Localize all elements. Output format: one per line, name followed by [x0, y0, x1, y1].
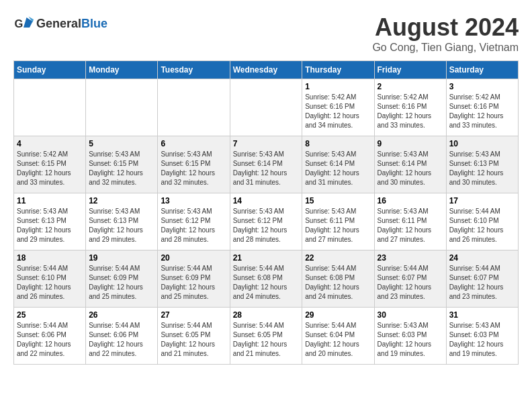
calendar-cell: 8Sunrise: 5:43 AM Sunset: 6:14 PM Daylig…: [302, 136, 374, 193]
day-info: Sunrise: 5:43 AM Sunset: 6:14 PM Dayligh…: [378, 150, 443, 187]
day-number: 2: [378, 82, 443, 91]
day-info: Sunrise: 5:43 AM Sunset: 6:15 PM Dayligh…: [161, 150, 226, 187]
day-number: 28: [233, 310, 300, 320]
calendar-location: Go Cong, Tien Giang, Vietnam: [372, 42, 519, 54]
day-number: 12: [89, 196, 154, 205]
day-number: 16: [378, 196, 443, 205]
calendar-cell: 10Sunrise: 5:43 AM Sunset: 6:13 PM Dayli…: [446, 136, 518, 193]
weekday-header-sunday: Sunday: [14, 61, 86, 79]
calendar-cell: 16Sunrise: 5:43 AM Sunset: 6:11 PM Dayli…: [374, 193, 446, 250]
day-number: 9: [378, 139, 443, 148]
day-info: Sunrise: 5:43 AM Sunset: 6:13 PM Dayligh…: [449, 150, 515, 187]
weekday-header-friday: Friday: [374, 61, 446, 79]
day-number: 4: [17, 139, 83, 148]
calendar-cell: 31Sunrise: 5:43 AM Sunset: 6:03 PM Dayli…: [446, 308, 518, 365]
day-info: Sunrise: 5:44 AM Sunset: 6:06 PM Dayligh…: [89, 321, 154, 359]
day-info: Sunrise: 5:44 AM Sunset: 6:05 PM Dayligh…: [233, 321, 300, 359]
day-number: 6: [161, 139, 226, 148]
day-info: Sunrise: 5:44 AM Sunset: 6:06 PM Dayligh…: [17, 321, 83, 359]
day-info: Sunrise: 5:44 AM Sunset: 6:08 PM Dayligh…: [233, 264, 300, 302]
logo-general: General: [36, 17, 81, 31]
day-number: 26: [89, 310, 154, 320]
day-info: Sunrise: 5:42 AM Sunset: 6:16 PM Dayligh…: [305, 93, 371, 130]
day-info: Sunrise: 5:43 AM Sunset: 6:13 PM Dayligh…: [89, 207, 154, 244]
day-info: Sunrise: 5:43 AM Sunset: 6:12 PM Dayligh…: [161, 207, 226, 244]
calendar-cell: 22Sunrise: 5:44 AM Sunset: 6:08 PM Dayli…: [302, 250, 374, 308]
calendar-cell: 27Sunrise: 5:44 AM Sunset: 6:05 PM Dayli…: [158, 308, 230, 365]
calendar-cell: 21Sunrise: 5:44 AM Sunset: 6:08 PM Dayli…: [230, 250, 302, 308]
day-info: Sunrise: 5:43 AM Sunset: 6:03 PM Dayligh…: [449, 321, 515, 359]
day-number: 5: [89, 139, 154, 148]
day-info: Sunrise: 5:42 AM Sunset: 6:15 PM Dayligh…: [17, 150, 83, 187]
calendar-cell: 29Sunrise: 5:44 AM Sunset: 6:04 PM Dayli…: [302, 308, 374, 365]
day-info: Sunrise: 5:44 AM Sunset: 6:04 PM Dayligh…: [305, 321, 371, 359]
day-number: 23: [378, 253, 443, 263]
calendar-cell: 13Sunrise: 5:43 AM Sunset: 6:12 PM Dayli…: [158, 193, 230, 250]
calendar-week-1: 1Sunrise: 5:42 AM Sunset: 6:16 PM Daylig…: [14, 79, 519, 136]
calendar-cell: 2Sunrise: 5:42 AM Sunset: 6:16 PM Daylig…: [374, 79, 446, 136]
day-number: 19: [89, 253, 154, 263]
day-number: 22: [305, 253, 371, 263]
calendar-table: SundayMondayTuesdayWednesdayThursdayFrid…: [13, 60, 519, 365]
calendar-cell: 17Sunrise: 5:44 AM Sunset: 6:10 PM Dayli…: [446, 193, 518, 250]
calendar-cell: 18Sunrise: 5:44 AM Sunset: 6:10 PM Dayli…: [14, 250, 86, 308]
weekday-header-monday: Monday: [86, 61, 158, 79]
day-number: 13: [161, 196, 226, 205]
calendar-cell: [86, 79, 158, 136]
day-number: 11: [17, 196, 83, 205]
day-info: Sunrise: 5:44 AM Sunset: 6:07 PM Dayligh…: [378, 264, 443, 302]
calendar-cell: 14Sunrise: 5:43 AM Sunset: 6:12 PM Dayli…: [230, 193, 302, 250]
weekday-header-wednesday: Wednesday: [230, 61, 302, 79]
calendar-cell: 6Sunrise: 5:43 AM Sunset: 6:15 PM Daylig…: [158, 136, 230, 193]
day-info: Sunrise: 5:43 AM Sunset: 6:03 PM Dayligh…: [378, 321, 443, 359]
calendar-cell: [158, 79, 230, 136]
day-info: Sunrise: 5:44 AM Sunset: 6:08 PM Dayligh…: [305, 264, 371, 302]
day-info: Sunrise: 5:43 AM Sunset: 6:15 PM Dayligh…: [89, 150, 154, 187]
calendar-cell: [14, 79, 86, 136]
day-info: Sunrise: 5:44 AM Sunset: 6:10 PM Dayligh…: [449, 207, 515, 244]
title-area: August 2024 Go Cong, Tien Giang, Vietnam: [372, 13, 519, 54]
logo-blue: Blue: [81, 17, 107, 31]
logo-icon: G: [13, 13, 34, 34]
header: G GeneralBlue August 2024 Go Cong, Tien …: [13, 13, 519, 54]
calendar-cell: 30Sunrise: 5:43 AM Sunset: 6:03 PM Dayli…: [374, 308, 446, 365]
calendar-cell: 19Sunrise: 5:44 AM Sunset: 6:09 PM Dayli…: [86, 250, 158, 308]
calendar-cell: 1Sunrise: 5:42 AM Sunset: 6:16 PM Daylig…: [302, 79, 374, 136]
weekday-header-saturday: Saturday: [446, 61, 518, 79]
day-info: Sunrise: 5:44 AM Sunset: 6:05 PM Dayligh…: [161, 321, 226, 359]
svg-text:G: G: [15, 17, 24, 30]
calendar-cell: 28Sunrise: 5:44 AM Sunset: 6:05 PM Dayli…: [230, 308, 302, 365]
day-number: 21: [233, 253, 300, 263]
calendar-cell: 23Sunrise: 5:44 AM Sunset: 6:07 PM Dayli…: [374, 250, 446, 308]
day-info: Sunrise: 5:44 AM Sunset: 6:07 PM Dayligh…: [449, 264, 515, 302]
day-number: 10: [449, 139, 515, 148]
day-number: 1: [305, 82, 371, 91]
day-number: 25: [17, 310, 83, 320]
calendar-cell: 24Sunrise: 5:44 AM Sunset: 6:07 PM Dayli…: [446, 250, 518, 308]
calendar-cell: 3Sunrise: 5:42 AM Sunset: 6:16 PM Daylig…: [446, 79, 518, 136]
calendar-week-4: 18Sunrise: 5:44 AM Sunset: 6:10 PM Dayli…: [14, 250, 519, 308]
calendar-cell: 12Sunrise: 5:43 AM Sunset: 6:13 PM Dayli…: [86, 193, 158, 250]
day-number: 15: [305, 196, 371, 205]
weekday-header-row: SundayMondayTuesdayWednesdayThursdayFrid…: [14, 61, 519, 79]
day-info: Sunrise: 5:43 AM Sunset: 6:13 PM Dayligh…: [17, 207, 83, 244]
day-info: Sunrise: 5:43 AM Sunset: 6:12 PM Dayligh…: [233, 207, 300, 244]
day-info: Sunrise: 5:43 AM Sunset: 6:14 PM Dayligh…: [305, 150, 371, 187]
day-number: 20: [161, 253, 226, 263]
day-info: Sunrise: 5:42 AM Sunset: 6:16 PM Dayligh…: [378, 93, 443, 130]
day-number: 7: [233, 139, 300, 148]
day-number: 31: [449, 310, 515, 320]
weekday-header-thursday: Thursday: [302, 61, 374, 79]
calendar-title: August 2024: [372, 13, 519, 42]
calendar-cell: 25Sunrise: 5:44 AM Sunset: 6:06 PM Dayli…: [14, 308, 86, 365]
calendar-cell: 20Sunrise: 5:44 AM Sunset: 6:09 PM Dayli…: [158, 250, 230, 308]
day-info: Sunrise: 5:43 AM Sunset: 6:11 PM Dayligh…: [305, 207, 371, 244]
calendar-cell: 7Sunrise: 5:43 AM Sunset: 6:14 PM Daylig…: [230, 136, 302, 193]
day-number: 3: [449, 82, 515, 91]
calendar-cell: 5Sunrise: 5:43 AM Sunset: 6:15 PM Daylig…: [86, 136, 158, 193]
day-number: 30: [378, 310, 443, 320]
calendar-cell: 11Sunrise: 5:43 AM Sunset: 6:13 PM Dayli…: [14, 193, 86, 250]
calendar-week-3: 11Sunrise: 5:43 AM Sunset: 6:13 PM Dayli…: [14, 193, 519, 250]
day-number: 17: [449, 196, 515, 205]
day-number: 18: [17, 253, 83, 263]
